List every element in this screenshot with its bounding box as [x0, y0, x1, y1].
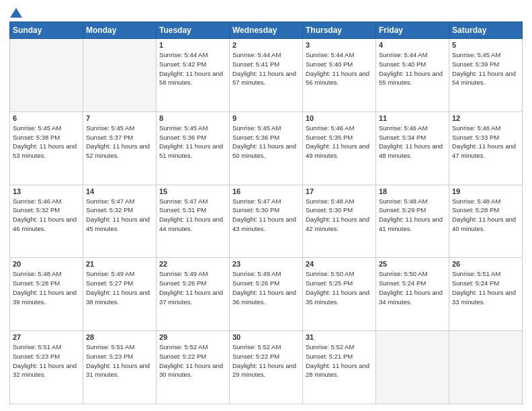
calendar-cell: 28Sunrise: 5:51 AMSunset: 5:23 PMDayligh…	[83, 331, 157, 404]
logo-icon	[10, 7, 22, 19]
calendar-header-thursday: Thursday	[303, 22, 376, 39]
day-number: 8	[159, 114, 226, 122]
calendar-week-3: 13Sunrise: 5:46 AMSunset: 5:32 PMDayligh…	[10, 185, 523, 258]
calendar-cell: 23Sunrise: 5:49 AMSunset: 5:26 PMDayligh…	[230, 258, 303, 331]
day-number: 29	[159, 333, 226, 341]
day-info: Sunrise: 5:45 AMSunset: 5:38 PMDaylight:…	[13, 124, 80, 161]
calendar-week-4: 20Sunrise: 5:48 AMSunset: 5:28 PMDayligh…	[10, 258, 523, 331]
day-number: 21	[86, 260, 153, 268]
calendar-header-row: SundayMondayTuesdayWednesdayThursdayFrid…	[10, 22, 523, 39]
day-number: 25	[379, 260, 446, 268]
day-info: Sunrise: 5:50 AMSunset: 5:25 PMDaylight:…	[306, 269, 373, 306]
svg-marker-0	[10, 8, 22, 17]
day-number: 13	[13, 187, 80, 195]
day-number: 2	[232, 41, 300, 49]
calendar-cell	[83, 39, 157, 112]
day-number: 19	[452, 187, 519, 195]
day-number: 24	[306, 260, 373, 268]
calendar-cell: 18Sunrise: 5:48 AMSunset: 5:29 PMDayligh…	[376, 185, 449, 258]
day-info: Sunrise: 5:51 AMSunset: 5:23 PMDaylight:…	[86, 342, 153, 379]
day-number: 6	[13, 114, 80, 122]
calendar-cell: 4Sunrise: 5:44 AMSunset: 5:40 PMDaylight…	[376, 39, 449, 112]
day-number: 15	[159, 187, 226, 195]
calendar-cell	[376, 331, 449, 404]
day-info: Sunrise: 5:45 AMSunset: 5:37 PMDaylight:…	[86, 124, 153, 161]
calendar-cell: 22Sunrise: 5:49 AMSunset: 5:26 PMDayligh…	[157, 258, 230, 331]
day-number: 14	[86, 187, 153, 195]
day-info: Sunrise: 5:46 AMSunset: 5:34 PMDaylight:…	[379, 124, 446, 161]
day-number: 20	[13, 260, 80, 268]
day-info: Sunrise: 5:52 AMSunset: 5:22 PMDaylight:…	[159, 342, 226, 379]
day-info: Sunrise: 5:47 AMSunset: 5:31 PMDaylight:…	[159, 197, 226, 234]
day-number: 31	[306, 333, 373, 341]
day-info: Sunrise: 5:48 AMSunset: 5:30 PMDaylight:…	[306, 197, 373, 234]
day-info: Sunrise: 5:46 AMSunset: 5:32 PMDaylight:…	[13, 197, 80, 234]
calendar-cell: 31Sunrise: 5:52 AMSunset: 5:21 PMDayligh…	[303, 331, 376, 404]
calendar-header-tuesday: Tuesday	[157, 22, 230, 39]
calendar-cell: 7Sunrise: 5:45 AMSunset: 5:37 PMDaylight…	[83, 111, 157, 185]
day-info: Sunrise: 5:46 AMSunset: 5:35 PMDaylight:…	[306, 124, 373, 161]
day-info: Sunrise: 5:44 AMSunset: 5:40 PMDaylight:…	[379, 50, 446, 87]
calendar-cell: 19Sunrise: 5:48 AMSunset: 5:28 PMDayligh…	[449, 185, 523, 258]
day-number: 30	[232, 333, 300, 341]
day-number: 23	[232, 260, 300, 268]
day-number: 7	[86, 114, 153, 122]
day-info: Sunrise: 5:44 AMSunset: 5:41 PMDaylight:…	[232, 50, 300, 87]
day-info: Sunrise: 5:47 AMSunset: 5:32 PMDaylight:…	[86, 197, 153, 234]
calendar-week-2: 6Sunrise: 5:45 AMSunset: 5:38 PMDaylight…	[10, 111, 523, 185]
day-info: Sunrise: 5:51 AMSunset: 5:24 PMDaylight:…	[452, 269, 519, 306]
day-info: Sunrise: 5:45 AMSunset: 5:36 PMDaylight:…	[159, 124, 226, 161]
calendar-cell: 13Sunrise: 5:46 AMSunset: 5:32 PMDayligh…	[10, 185, 83, 258]
calendar-header-saturday: Saturday	[449, 22, 523, 39]
calendar-cell: 11Sunrise: 5:46 AMSunset: 5:34 PMDayligh…	[376, 111, 449, 185]
calendar-header-friday: Friday	[376, 22, 449, 39]
day-number: 12	[452, 114, 519, 122]
calendar-cell: 25Sunrise: 5:50 AMSunset: 5:24 PMDayligh…	[376, 258, 449, 331]
day-info: Sunrise: 5:45 AMSunset: 5:39 PMDaylight:…	[452, 50, 519, 87]
calendar-week-1: 1Sunrise: 5:44 AMSunset: 5:42 PMDaylight…	[10, 39, 523, 112]
day-info: Sunrise: 5:49 AMSunset: 5:27 PMDaylight:…	[86, 269, 153, 306]
day-number: 26	[452, 260, 519, 268]
day-info: Sunrise: 5:50 AMSunset: 5:24 PMDaylight:…	[379, 269, 446, 306]
day-info: Sunrise: 5:44 AMSunset: 5:40 PMDaylight:…	[306, 50, 373, 87]
calendar-cell: 26Sunrise: 5:51 AMSunset: 5:24 PMDayligh…	[449, 258, 523, 331]
day-number: 16	[232, 187, 300, 195]
day-number: 28	[86, 333, 153, 341]
calendar-cell: 14Sunrise: 5:47 AMSunset: 5:32 PMDayligh…	[83, 185, 157, 258]
calendar-header-wednesday: Wednesday	[230, 22, 303, 39]
day-info: Sunrise: 5:51 AMSunset: 5:23 PMDaylight:…	[13, 342, 80, 379]
day-info: Sunrise: 5:45 AMSunset: 5:36 PMDaylight:…	[232, 124, 300, 161]
calendar-cell: 6Sunrise: 5:45 AMSunset: 5:38 PMDaylight…	[10, 111, 83, 185]
day-number: 3	[306, 41, 373, 49]
page: SundayMondayTuesdayWednesdayThursdayFrid…	[0, 0, 532, 411]
day-info: Sunrise: 5:52 AMSunset: 5:21 PMDaylight:…	[306, 342, 373, 379]
calendar-header-monday: Monday	[83, 22, 157, 39]
day-info: Sunrise: 5:52 AMSunset: 5:22 PMDaylight:…	[232, 342, 300, 379]
day-info: Sunrise: 5:49 AMSunset: 5:26 PMDaylight:…	[232, 269, 300, 306]
day-number: 1	[159, 41, 226, 49]
day-info: Sunrise: 5:46 AMSunset: 5:33 PMDaylight:…	[452, 124, 519, 161]
calendar-cell: 2Sunrise: 5:44 AMSunset: 5:41 PMDaylight…	[230, 39, 303, 112]
calendar-cell: 3Sunrise: 5:44 AMSunset: 5:40 PMDaylight…	[303, 39, 376, 112]
day-number: 27	[13, 333, 80, 341]
calendar-cell: 15Sunrise: 5:47 AMSunset: 5:31 PMDayligh…	[157, 185, 230, 258]
calendar-header-sunday: Sunday	[10, 22, 83, 39]
calendar-table: SundayMondayTuesdayWednesdayThursdayFrid…	[9, 21, 523, 404]
calendar-cell: 10Sunrise: 5:46 AMSunset: 5:35 PMDayligh…	[303, 111, 376, 185]
day-number: 11	[379, 114, 446, 122]
calendar-cell: 24Sunrise: 5:50 AMSunset: 5:25 PMDayligh…	[303, 258, 376, 331]
day-number: 18	[379, 187, 446, 195]
day-info: Sunrise: 5:48 AMSunset: 5:28 PMDaylight:…	[13, 269, 80, 306]
calendar-cell: 9Sunrise: 5:45 AMSunset: 5:36 PMDaylight…	[230, 111, 303, 185]
header	[9, 7, 523, 16]
day-number: 17	[306, 187, 373, 195]
day-number: 10	[306, 114, 373, 122]
calendar-cell: 17Sunrise: 5:48 AMSunset: 5:30 PMDayligh…	[303, 185, 376, 258]
calendar-cell: 5Sunrise: 5:45 AMSunset: 5:39 PMDaylight…	[449, 39, 523, 112]
logo-text	[9, 7, 22, 19]
calendar-cell: 21Sunrise: 5:49 AMSunset: 5:27 PMDayligh…	[83, 258, 157, 331]
calendar-cell: 20Sunrise: 5:48 AMSunset: 5:28 PMDayligh…	[10, 258, 83, 331]
day-info: Sunrise: 5:48 AMSunset: 5:29 PMDaylight:…	[379, 197, 446, 234]
day-number: 5	[452, 41, 519, 49]
logo	[9, 7, 22, 16]
